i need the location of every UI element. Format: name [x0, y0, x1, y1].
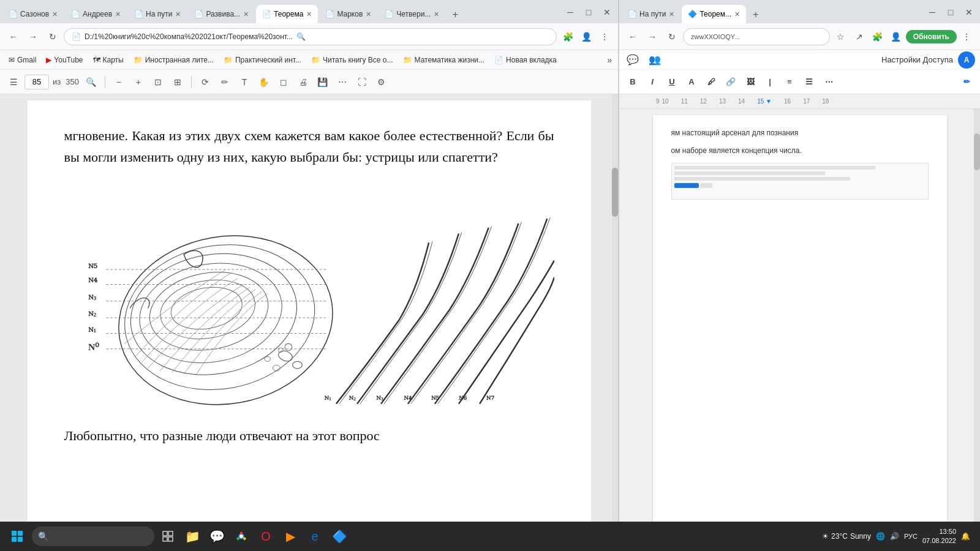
maximize-button[interactable]: □	[580, 4, 597, 21]
hand-tool-button[interactable]: ✋	[255, 73, 273, 91]
bookmark-youtube[interactable]: ▶ YouTube	[43, 54, 85, 66]
zoom-in-button[interactable]: +	[130, 73, 147, 91]
right-forward-button[interactable]: →	[644, 28, 661, 45]
right-tab-close-naputi[interactable]: ✕	[669, 10, 674, 18]
gdocs-more-button[interactable]: ⋯	[820, 73, 837, 91]
right-extensions-button[interactable]: 🧩	[869, 28, 886, 45]
right-address-input[interactable]: zwwXXOIOQY...	[683, 28, 830, 45]
tab-naputi[interactable]: 📄 На пути ✕	[128, 5, 187, 23]
right-tab-naputi[interactable]: 📄 На пути ✕	[622, 5, 680, 23]
bookmark-matematika[interactable]: 📁 Математика жизни...	[401, 54, 488, 66]
gdocs-list-button[interactable]: ☰	[801, 73, 818, 91]
taskbar-taskview[interactable]	[157, 525, 179, 547]
right-reload-button[interactable]: ↻	[663, 28, 680, 45]
bookmark-karty[interactable]: 🗺 Карты	[91, 54, 126, 66]
reload-button[interactable]: ↻	[44, 28, 61, 45]
tab-close-markov[interactable]: ✕	[366, 10, 371, 18]
draw-button[interactable]: ✏	[216, 73, 233, 91]
gdocs-edit-button[interactable]: ✏	[958, 73, 975, 91]
right-star-button[interactable]: ☆	[832, 28, 850, 45]
right-minimize-button[interactable]: ─	[924, 4, 941, 21]
gdocs-align-button[interactable]: ≡	[781, 73, 798, 91]
fit-width-button[interactable]: ⊞	[169, 73, 186, 91]
bookmarks-more-button[interactable]: »	[607, 55, 612, 65]
menu-button[interactable]: ⋮	[596, 28, 613, 45]
new-tab-button[interactable]: +	[447, 6, 464, 23]
tab-close-sazanov[interactable]: ✕	[52, 10, 58, 18]
right-scrollbar[interactable]	[974, 109, 980, 551]
taskbar-file-explorer[interactable]: 📁	[181, 525, 203, 547]
start-button[interactable]	[5, 524, 29, 549]
tab-close-naputi[interactable]: ✕	[175, 10, 181, 18]
right-menu-button[interactable]: ⋮	[958, 28, 975, 45]
tab-close-razviva[interactable]: ✕	[243, 10, 249, 18]
clock[interactable]: 13:50 07.08.2022	[922, 527, 956, 546]
right-share-button[interactable]: ↗	[851, 28, 868, 45]
bookmark-novaya[interactable]: 📄 Новая вкладка	[492, 54, 559, 66]
search-pdf-button[interactable]: 🔍	[83, 73, 100, 91]
sidebar-toggle[interactable]: ☰	[5, 73, 22, 91]
gdocs-color-button[interactable]: A	[683, 73, 700, 91]
gdocs-italic-button[interactable]: I	[644, 73, 661, 91]
gdocs-share-button[interactable]: 👥	[646, 51, 663, 69]
back-button[interactable]: ←	[5, 28, 22, 45]
user-avatar[interactable]: А	[958, 51, 975, 69]
tab-chetveri[interactable]: 📄 Четвери... ✕	[379, 5, 445, 23]
tab-sazanov[interactable]: 📄 Сазонов ✕	[2, 5, 64, 23]
save-button[interactable]: 💾	[314, 73, 331, 91]
tab-close-andreev[interactable]: ✕	[115, 10, 121, 18]
update-button[interactable]: Обновить	[906, 30, 957, 43]
fullscreen-button[interactable]: ⛶	[353, 73, 371, 91]
gdocs-image-button[interactable]: 🖼	[742, 73, 759, 91]
taskbar-search[interactable]: 🔍	[32, 527, 154, 546]
zoom-out-button[interactable]: −	[110, 73, 127, 91]
close-button[interactable]: ✕	[598, 4, 616, 21]
taskbar-blue-app[interactable]: 🔷	[328, 525, 350, 547]
right-close-button[interactable]: ✕	[960, 4, 978, 21]
right-scrollbar-thumb[interactable]	[974, 133, 980, 170]
volume-icon[interactable]: 🔊	[890, 532, 899, 541]
taskbar-whatsapp[interactable]: 💬	[206, 525, 228, 547]
taskbar-chrome[interactable]	[230, 525, 252, 547]
minimize-button[interactable]: ─	[562, 4, 579, 21]
gdocs-comment-button[interactable]: 💬	[624, 51, 641, 69]
scrollbar-thumb[interactable]	[612, 168, 618, 217]
text-select-button[interactable]: T	[236, 73, 253, 91]
forward-button[interactable]: →	[24, 28, 42, 45]
tab-close-chetveri[interactable]: ✕	[434, 10, 439, 18]
scrollbar[interactable]	[612, 94, 618, 551]
settings-button[interactable]: ⚙	[373, 73, 390, 91]
network-icon[interactable]: 🌐	[876, 532, 885, 541]
right-tab-teorema[interactable]: 🔷 Теорем... ✕	[682, 5, 746, 23]
tab-teorema[interactable]: 📄 Теорема ✕	[256, 5, 318, 23]
page-input[interactable]	[24, 75, 49, 89]
right-profile-button[interactable]: 👤	[888, 28, 905, 45]
bookmark-praktichesky[interactable]: 📁 Практический инт...	[221, 54, 304, 66]
notifications-icon[interactable]: 🔔	[961, 532, 970, 541]
right-maximize-button[interactable]: □	[942, 4, 959, 21]
gdocs-bold-button[interactable]: B	[624, 73, 641, 91]
tab-razviva[interactable]: 📄 Развива... ✕	[188, 5, 255, 23]
right-new-tab-button[interactable]: +	[747, 6, 764, 23]
address-input[interactable]: 📄 D:/1%20книги%20с%20компа%202021окт/Тео…	[64, 28, 557, 45]
bookmark-chitat[interactable]: 📁 Читать книгу Все о...	[309, 54, 396, 66]
print-button[interactable]: 🖨	[295, 73, 312, 91]
right-tab-close-teorema[interactable]: ✕	[734, 10, 740, 18]
extensions-button[interactable]: 🧩	[559, 28, 576, 45]
gdocs-link-button[interactable]: 🔗	[722, 73, 739, 91]
fit-page-button[interactable]: ⊡	[149, 73, 167, 91]
gdocs-highlight-button[interactable]: 🖊	[703, 73, 720, 91]
bookmark-inostr[interactable]: 📁 Иностранная лите...	[131, 54, 216, 66]
right-back-button[interactable]: ←	[624, 28, 641, 45]
taskbar-edge[interactable]: e	[304, 525, 326, 547]
profile-button[interactable]: 👤	[578, 28, 595, 45]
tab-andreev[interactable]: 📄 Андреев ✕	[65, 5, 127, 23]
gdocs-underline-button[interactable]: U	[663, 73, 680, 91]
eraser-button[interactable]: ◻	[275, 73, 292, 91]
tab-close-teorema[interactable]: ✕	[306, 10, 312, 18]
bookmark-gmail[interactable]: ✉ Gmail	[6, 54, 39, 66]
tab-markov[interactable]: 📄 Марков ✕	[319, 5, 377, 23]
rotate-button[interactable]: ⟳	[197, 73, 214, 91]
more-tools-button[interactable]: ⋯	[334, 73, 351, 91]
taskbar-opera[interactable]: O	[255, 525, 277, 547]
